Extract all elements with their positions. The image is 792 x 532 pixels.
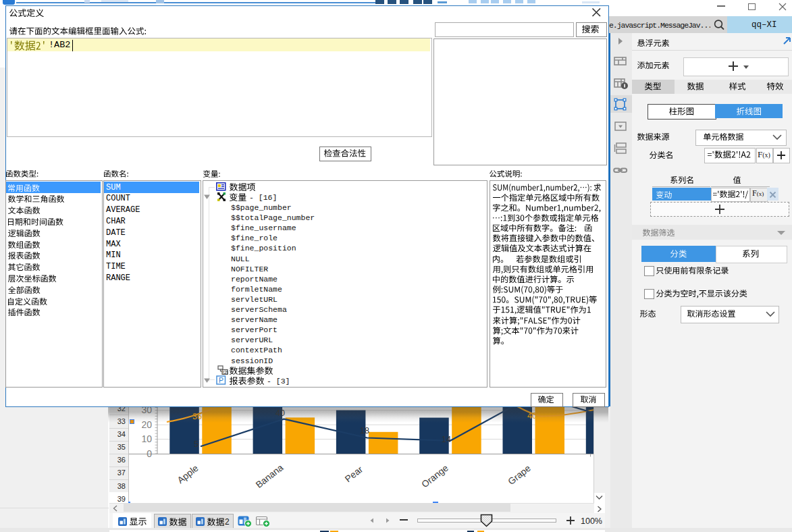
svg-text:14: 14 [442,435,451,444]
svg-text:0: 0 [147,448,152,459]
svg-text:18: 18 [360,426,369,435]
svg-text:P: P [219,376,223,384]
svg-text:10: 10 [141,433,152,444]
svg-text:[2]: [2] [223,370,228,375]
svg-text:5: 5 [194,440,199,449]
